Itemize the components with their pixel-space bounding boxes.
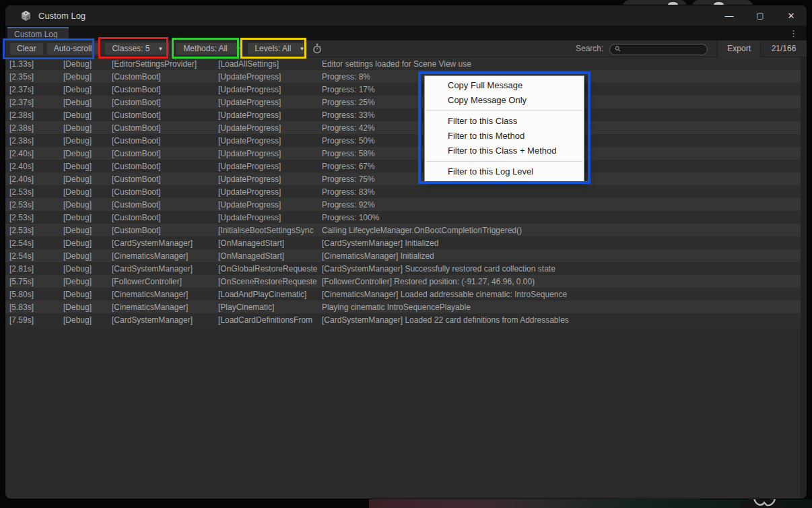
log-row[interactable]: [2.37s] [Debug] [CustomBoot] [UpdateProg… — [5, 83, 801, 96]
search-icon — [615, 46, 621, 52]
log-method: [LoadCardDefinitionsFrom — [218, 315, 319, 325]
log-row[interactable]: [5.80s] [Debug] [CinematicsManager] [Loa… — [5, 288, 801, 300]
log-class: [CinematicsManager] — [112, 303, 218, 312]
log-level: [Debug] — [63, 290, 112, 299]
tab-custom-log[interactable]: Custom Log — [7, 27, 69, 40]
log-row[interactable]: [2.53s] [Debug] [CustomBoot] [UpdateProg… — [5, 185, 801, 198]
chevron-down-icon: ▼ — [236, 46, 241, 52]
log-timestamp: [2.40s] — [5, 149, 63, 158]
log-row[interactable]: [2.38s] [Debug] [CustomBoot] [UpdateProg… — [5, 121, 801, 134]
title-bar[interactable]: Custom Log — ▢ ✕ — [5, 5, 807, 26]
log-timestamp: [1.33s] — [5, 59, 63, 69]
log-message: Editor settings loaded for Scene View us… — [319, 59, 801, 69]
log-class: [CustomBoot] — [112, 123, 218, 133]
menu-item-filter-to-this-class-method[interactable]: Filter to this Class + Method — [425, 144, 584, 158]
log-timestamp: [2.54s] — [5, 251, 63, 261]
log-message: [CardSystemManager] Initialized — [319, 239, 801, 248]
log-row[interactable]: [5.83s] [Debug] [CinematicsManager] [Pla… — [5, 300, 801, 313]
menu-item-filter-to-this-method[interactable]: Filter to this Method — [425, 129, 584, 144]
log-level: [Debug] — [63, 98, 112, 107]
close-button[interactable]: ✕ — [776, 5, 807, 26]
log-timestamp: [7.59s] — [5, 315, 63, 325]
log-method: [UpdateProgress] — [218, 174, 319, 184]
log-timestamp: [2.37s] — [5, 98, 63, 107]
maximize-button[interactable]: ▢ — [745, 5, 776, 26]
log-message: [CinematicsManager] Initialized — [319, 251, 801, 261]
log-row[interactable]: [2.38s] [Debug] [CustomBoot] [UpdateProg… — [5, 134, 801, 147]
log-method: [UpdateProgress] — [218, 98, 319, 107]
log-level: [Debug] — [63, 315, 112, 325]
log-method: [UpdateProgress] — [218, 200, 319, 210]
log-row[interactable]: [2.35s] [Debug] [CustomBoot] [UpdateProg… — [5, 70, 801, 83]
log-row[interactable]: [2.53s] [Debug] [CustomBoot] [Initialise… — [5, 224, 801, 236]
log-method: [UpdateProgress] — [218, 123, 319, 133]
log-level: [Debug] — [63, 251, 112, 261]
menu-item-copy-full-message[interactable]: Copy Full Message — [425, 78, 584, 93]
log-class: [CustomBoot] — [112, 136, 218, 146]
log-count-badge: 21/166 — [761, 44, 807, 53]
menu-item-copy-message-only[interactable]: Copy Message Only — [425, 93, 584, 108]
log-row[interactable]: [2.40s] [Debug] [CustomBoot] [UpdateProg… — [5, 172, 801, 185]
log-row[interactable]: [5.75s] [Debug] [FollowerController] [On… — [5, 275, 801, 288]
minimize-button[interactable]: — — [714, 5, 745, 26]
log-row[interactable]: [2.54s] [Debug] [CardSystemManager] [OnM… — [5, 236, 801, 249]
log-timestamp: [2.38s] — [5, 123, 63, 133]
log-message: Playing cinematic IntroSequencePlayable — [319, 303, 801, 312]
log-timestamp: [2.53s] — [5, 200, 63, 210]
log-class: [CustomBoot] — [112, 187, 218, 197]
log-level: [Debug] — [63, 72, 112, 82]
menu-separator — [426, 110, 582, 111]
log-row[interactable]: [2.40s] [Debug] [CustomBoot] [UpdateProg… — [5, 147, 801, 160]
log-level: [Debug] — [63, 277, 112, 286]
log-level: [Debug] — [63, 149, 112, 158]
log-class: [CustomBoot] — [112, 162, 218, 171]
log-class: [CustomBoot] — [112, 149, 218, 158]
log-timestamp: [2.40s] — [5, 162, 63, 171]
log-class: [CustomBoot] — [112, 110, 218, 120]
search-input[interactable] — [609, 44, 708, 55]
log-row[interactable]: [2.40s] [Debug] [CustomBoot] [UpdateProg… — [5, 160, 801, 172]
log-row[interactable]: [2.38s] [Debug] [CustomBoot] [UpdateProg… — [5, 108, 801, 121]
log-row[interactable]: [2.53s] [Debug] [CustomBoot] [UpdateProg… — [5, 198, 801, 211]
menu-item-filter-to-this-log-level[interactable]: Filter to this Log Level — [425, 164, 584, 179]
log-level: [Debug] — [63, 162, 112, 171]
clear-button[interactable]: Clear — [9, 42, 44, 55]
log-message: [CardSystemManager] Loaded 22 card defin… — [319, 315, 801, 325]
autoscroll-button[interactable]: Auto-scroll — [46, 42, 100, 55]
log-list[interactable]: [1.33s] [Debug] [EditorSettingsProvider]… — [5, 57, 801, 499]
levels-filter-label: Levels: All — [255, 44, 291, 53]
log-level: [Debug] — [63, 213, 112, 222]
log-timestamp: [2.35s] — [5, 72, 63, 82]
methods-filter-dropdown[interactable]: Methods: All ▼ — [176, 42, 242, 55]
log-level: [Debug] — [63, 85, 112, 94]
scrollbar[interactable] — [801, 57, 807, 499]
search-field-wrap — [609, 43, 708, 55]
classes-filter-dropdown[interactable]: Classes: 5 ▼ — [104, 42, 170, 55]
log-level: [Debug] — [63, 200, 112, 210]
log-row[interactable]: [1.33s] [Debug] [EditorSettingsProvider]… — [5, 57, 801, 70]
log-method: [UpdateProgress] — [218, 213, 319, 222]
log-row[interactable]: [2.54s] [Debug] [CinematicsManager] [OnM… — [5, 249, 801, 262]
chevron-down-icon: ▼ — [299, 46, 304, 52]
log-row[interactable]: [2.81s] [Debug] [CardSystemManager] [OnG… — [5, 262, 801, 275]
log-method: [UpdateProgress] — [218, 110, 319, 120]
log-row[interactable]: [7.59s] [Debug] [CardSystemManager] [Loa… — [5, 313, 801, 326]
log-timestamp: [2.54s] — [5, 239, 63, 248]
log-timestamp: [2.38s] — [5, 136, 63, 146]
export-button[interactable]: Export — [717, 40, 761, 57]
log-method: [LoadAndPlayCinematic] — [218, 290, 319, 299]
log-method: [UpdateProgress] — [218, 85, 319, 94]
log-timestamp: [2.37s] — [5, 85, 63, 94]
log-class: [EditorSettingsProvider] — [112, 59, 218, 69]
classes-filter-label: Classes: 5 — [112, 44, 149, 53]
log-row[interactable]: [2.53s] [Debug] [CustomBoot] [UpdateProg… — [5, 211, 801, 224]
log-row[interactable]: [2.37s] [Debug] [CustomBoot] [UpdateProg… — [5, 96, 801, 108]
levels-filter-dropdown[interactable]: Levels: All ▼ — [247, 42, 307, 55]
log-class: [CardSystemManager] — [112, 264, 218, 274]
log-timestamp: [2.53s] — [5, 187, 63, 197]
menu-item-filter-to-this-class[interactable]: Filter to this Class — [425, 114, 584, 129]
stopwatch-icon[interactable] — [312, 43, 323, 54]
window-title: Custom Log — [38, 11, 86, 21]
log-level: [Debug] — [63, 123, 112, 133]
overflow-menu-icon[interactable]: ⋮ — [789, 28, 798, 38]
